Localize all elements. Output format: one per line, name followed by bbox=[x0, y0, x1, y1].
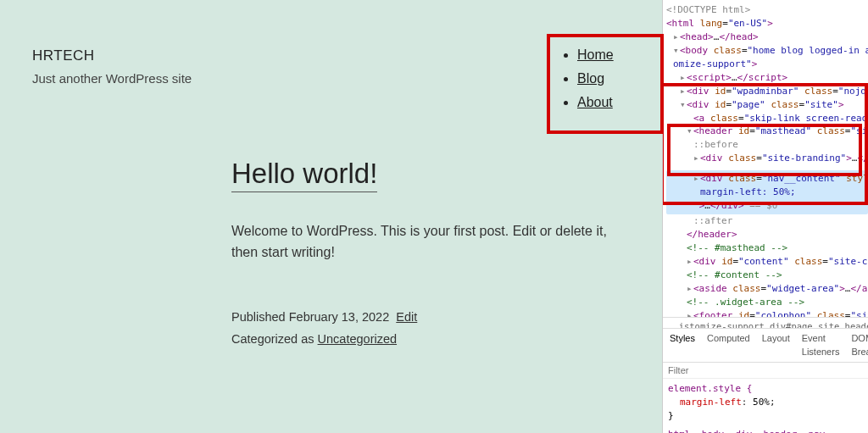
site-header: HRTECH Just another WordPress site Home … bbox=[0, 0, 662, 132]
styles-panel[interactable]: element.style { margin-left: 50%; } html… bbox=[663, 379, 868, 433]
nav-item-blog[interactable]: Blog bbox=[577, 71, 652, 86]
post-title[interactable]: Hello world! bbox=[231, 158, 377, 192]
post-content: Welcome to WordPress. This is your first… bbox=[231, 221, 621, 264]
tab-dom-breakpoints[interactable]: DOM Brea bbox=[851, 332, 868, 359]
tab-layout[interactable]: Layout bbox=[762, 332, 790, 359]
published-date: February 13, 2022 bbox=[289, 310, 390, 324]
post: Hello world! Welcome to WordPress. This … bbox=[198, 132, 655, 350]
site-tagline: Just another WordPress site bbox=[32, 71, 630, 86]
tab-styles[interactable]: Styles bbox=[670, 332, 695, 359]
rendered-page: HRTECH Just another WordPress site Home … bbox=[0, 0, 662, 433]
devtools-pane: <!DOCTYPE html> <html lang="en-US"> ▸<he… bbox=[662, 0, 868, 433]
tab-event-listeners[interactable]: Event Listeners bbox=[802, 332, 840, 359]
post-meta: Published February 13, 2022 Edit Categor… bbox=[231, 306, 621, 350]
breadcrumb[interactable]: … ​istomize-support div#page.site header… bbox=[663, 317, 868, 329]
styles-tabs: Styles Computed Layout Event Listeners D… bbox=[663, 329, 868, 363]
published-label: Published bbox=[231, 310, 286, 324]
selected-dom-node[interactable]: ▸<div class="nav__content" style=" margi… bbox=[666, 170, 868, 214]
elements-panel[interactable]: <!DOCTYPE html> <html lang="en-US"> ▸<he… bbox=[663, 0, 868, 317]
nav-item-home[interactable]: Home bbox=[577, 47, 652, 63]
filter-input[interactable] bbox=[663, 363, 868, 379]
edit-link[interactable]: Edit bbox=[396, 310, 417, 324]
nav-highlight-box: Home Blog About bbox=[547, 34, 664, 134]
category-link[interactable]: Uncategorized bbox=[318, 332, 398, 346]
primary-nav: Home Blog About bbox=[559, 47, 652, 110]
site-title[interactable]: HRTECH bbox=[32, 47, 630, 64]
categorized-label: Categorized as bbox=[231, 332, 314, 346]
nav-item-about[interactable]: About bbox=[577, 95, 652, 110]
tab-computed[interactable]: Computed bbox=[707, 332, 750, 359]
